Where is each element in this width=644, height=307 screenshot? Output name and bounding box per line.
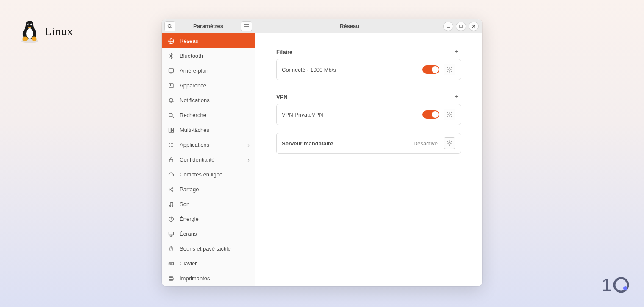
sidebar-item-keyboard[interactable]: Clavier	[162, 256, 255, 271]
main-pane: Réseau Filaire + Connecté - 1000 Mb/s	[255, 19, 482, 286]
close-button[interactable]	[469, 22, 479, 31]
minimize-button[interactable]	[443, 22, 453, 31]
svg-line-71	[451, 67, 451, 68]
sidebar-item-label: Apparence	[180, 82, 206, 89]
svg-line-23	[172, 116, 174, 118]
sidebar-item-label: Comptes en ligne	[180, 171, 222, 178]
search-button[interactable]	[164, 21, 175, 31]
sidebar-item-label: Réseau	[180, 38, 199, 44]
hamburger-button[interactable]	[241, 21, 252, 31]
sidebar-item-label: Applications	[180, 142, 209, 148]
maximize-button[interactable]	[456, 22, 466, 31]
svg-rect-58	[170, 276, 172, 278]
svg-point-42	[169, 205, 171, 207]
watermark-10: 1	[602, 276, 631, 294]
svg-rect-25	[172, 128, 174, 130]
share-icon	[168, 186, 175, 193]
vpn-label: VPN PrivateVPN	[282, 112, 418, 118]
svg-rect-26	[172, 130, 174, 132]
monitor-icon	[168, 231, 175, 237]
sidebar-item-label: Souris et pavé tactile	[180, 246, 231, 252]
sidebar-item-power[interactable]: Énergie	[162, 212, 255, 226]
gear-icon	[447, 112, 452, 117]
vpn-section-title: VPN	[276, 94, 288, 100]
search-icon	[168, 112, 175, 119]
svg-point-35	[172, 146, 173, 147]
vpn-settings-button[interactable]	[444, 109, 455, 120]
svg-line-88	[451, 145, 451, 145]
svg-line-72	[447, 71, 448, 71]
proxy-row: Serveur mandataire Désactivé	[276, 133, 461, 154]
svg-point-8	[623, 286, 627, 290]
mouse-icon	[168, 246, 175, 252]
wired-toggle[interactable]	[422, 65, 439, 74]
svg-point-32	[172, 145, 173, 145]
gear-icon	[447, 67, 452, 73]
settings-window: Paramètres RéseauBluetoothArrière-planAp…	[162, 19, 482, 286]
sidebar-item-appearance[interactable]: Apparence	[162, 78, 255, 93]
sidebar-item-music[interactable]: Son	[162, 197, 255, 212]
sidebar-item-share[interactable]: Partage	[162, 182, 255, 197]
wired-connection-row: Connecté - 1000 Mb/s	[276, 59, 461, 80]
svg-point-43	[172, 205, 173, 206]
sidebar-item-globe[interactable]: Réseau	[162, 33, 255, 48]
sidebar-item-grid[interactable]: Applications›	[162, 137, 255, 152]
sidebar-item-label: Énergie	[180, 216, 199, 222]
sidebar-item-label: Imprimantes	[180, 275, 210, 282]
wired-status-label: Connecté - 1000 Mb/s	[282, 67, 418, 73]
tux-icon	[19, 19, 40, 44]
sidebar-item-label: Partage	[180, 186, 199, 193]
svg-point-29	[172, 143, 173, 144]
svg-point-33	[169, 146, 170, 147]
keyboard-icon	[168, 260, 175, 267]
svg-rect-17	[169, 69, 174, 72]
lock-icon	[168, 156, 175, 163]
sidebar-item-multitask[interactable]: Multi-tâches	[162, 123, 255, 137]
svg-rect-61	[460, 25, 462, 28]
globe-icon	[168, 38, 175, 45]
sidebar-item-bluetooth[interactable]: Bluetooth	[162, 48, 255, 63]
minimize-icon	[446, 24, 450, 28]
sidebar-item-printer[interactable]: Imprimantes	[162, 271, 255, 286]
sidebar-item-label: Écrans	[180, 231, 197, 237]
sidebar-item-search[interactable]: Recherche	[162, 108, 255, 123]
proxy-settings-button[interactable]	[444, 137, 455, 149]
sidebar-item-bell[interactable]: Notifications	[162, 93, 255, 108]
maximize-icon	[459, 24, 463, 28]
add-vpn-button[interactable]: +	[452, 92, 461, 101]
sidebar-header: Paramètres	[162, 19, 255, 33]
sidebar-item-label: Arrière-plan	[180, 67, 208, 74]
sidebar-item-monitor[interactable]: Écrans	[162, 226, 255, 241]
vpn-section-header: VPN +	[276, 88, 461, 104]
svg-rect-24	[169, 128, 171, 132]
svg-line-78	[447, 112, 448, 113]
sidebar-item-cloud[interactable]: Comptes en ligne	[162, 167, 255, 182]
add-wired-button[interactable]: +	[452, 47, 461, 56]
svg-point-27	[169, 143, 170, 144]
sidebar-item-label: Bluetooth	[180, 53, 203, 59]
svg-point-34	[171, 146, 172, 147]
svg-point-31	[171, 145, 172, 145]
wired-section-title: Filaire	[276, 49, 292, 55]
chevron-right-icon: ›	[247, 142, 250, 148]
vpn-toggle[interactable]	[422, 110, 439, 119]
content-area: Filaire + Connecté - 1000 Mb/s VPN + VPN…	[255, 33, 482, 286]
sidebar-item-display[interactable]: Arrière-plan	[162, 63, 255, 78]
sidebar-item-mouse[interactable]: Souris et pavé tactile	[162, 241, 255, 256]
power-icon	[168, 216, 175, 223]
svg-rect-36	[169, 159, 173, 162]
sidebar-item-label: Confidentialité	[180, 156, 214, 163]
sidebar-item-label: Recherche	[180, 112, 206, 118]
svg-point-28	[171, 143, 172, 144]
svg-point-73	[449, 114, 450, 115]
bell-icon	[168, 97, 175, 104]
svg-line-69	[447, 67, 448, 68]
gear-icon	[447, 140, 452, 146]
svg-rect-20	[170, 84, 171, 86]
appearance-icon	[168, 82, 175, 89]
svg-rect-46	[169, 232, 174, 235]
proxy-label: Serveur mandataire	[282, 140, 409, 147]
sidebar-list: RéseauBluetoothArrière-planApparenceNoti…	[162, 33, 255, 286]
sidebar-item-lock[interactable]: Confidentialité›	[162, 152, 255, 167]
wired-settings-button[interactable]	[444, 64, 455, 75]
